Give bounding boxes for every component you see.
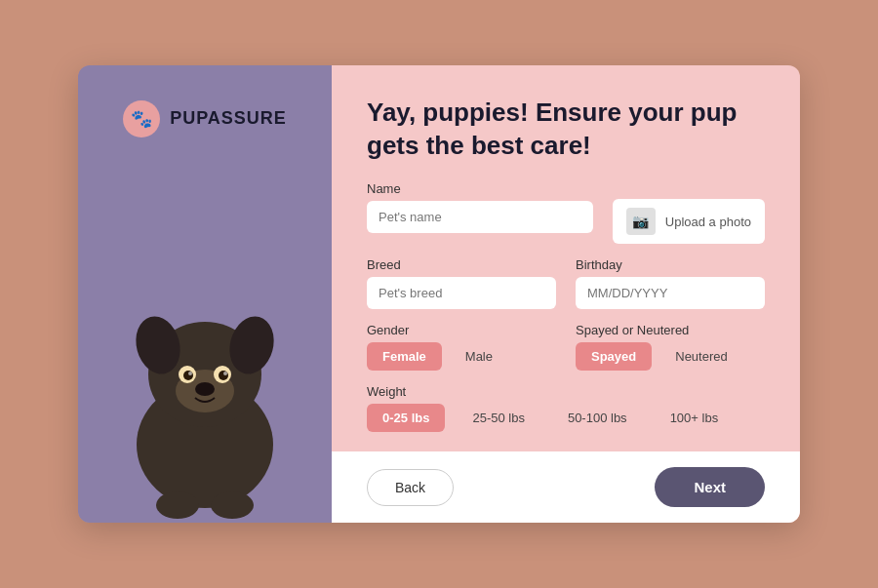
- puppy-illustration: [78, 211, 332, 523]
- svg-point-13: [211, 491, 254, 519]
- upload-photo-button[interactable]: 📷 Upload a photo: [613, 199, 765, 244]
- weight-field: Weight 0-25 lbs 25-50 lbs 50-100 lbs 100…: [367, 384, 765, 432]
- svg-point-8: [219, 371, 228, 380]
- name-field: Name: [367, 181, 593, 233]
- weight-50-100-button[interactable]: 50-100 lbs: [552, 404, 643, 432]
- weight-25-50-button[interactable]: 25-50 lbs: [457, 404, 539, 432]
- svg-point-9: [188, 372, 192, 375]
- left-panel: 🐾 PUPASSURE: [78, 65, 332, 524]
- logo-row: 🐾 PUPASSURE: [123, 100, 287, 137]
- paw-icon: 🐾: [123, 100, 160, 137]
- svg-point-10: [223, 372, 227, 375]
- spayed-button[interactable]: Spayed: [576, 342, 652, 371]
- gender-field: Gender Female Male: [367, 323, 556, 371]
- puppy-svg: [98, 230, 312, 523]
- birthday-input[interactable]: [576, 277, 765, 309]
- upload-label: Upload a photo: [665, 215, 751, 229]
- breed-field: Breed: [367, 257, 556, 309]
- brand-name: PUPASSURE: [170, 108, 287, 129]
- svg-point-11: [195, 382, 215, 396]
- birthday-field: Birthday: [576, 257, 765, 309]
- gender-female-button[interactable]: Female: [367, 342, 442, 371]
- camera-icon: 📷: [626, 208, 656, 235]
- bottom-bar: Back Next: [332, 451, 800, 523]
- breed-birthday-row: Breed Birthday: [367, 257, 765, 309]
- weight-label: Weight: [367, 384, 765, 399]
- breed-label: Breed: [367, 257, 556, 272]
- breed-input[interactable]: [367, 277, 556, 309]
- name-input[interactable]: [367, 201, 593, 233]
- neutered-button[interactable]: Neutered: [659, 342, 742, 371]
- birthday-label: Birthday: [576, 257, 765, 272]
- modal-container: 🐾 PUPASSURE: [78, 65, 800, 524]
- back-button[interactable]: Back: [367, 469, 454, 506]
- gender-label: Gender: [367, 323, 556, 337]
- spayed-toggle-group: Spayed Neutered: [576, 342, 765, 371]
- name-upload-row: Name 📷 Upload a photo: [367, 181, 765, 244]
- right-panel: Yay, puppies! Ensure your pup gets the b…: [332, 65, 800, 524]
- next-button[interactable]: Next: [655, 467, 765, 507]
- svg-point-12: [156, 491, 199, 519]
- spayed-label: Spayed or Neutered: [576, 323, 765, 337]
- gender-toggle-group: Female Male: [367, 342, 556, 371]
- headline: Yay, puppies! Ensure your pup gets the b…: [367, 97, 765, 163]
- spayed-field: Spayed or Neutered Spayed Neutered: [576, 323, 765, 371]
- gender-spayed-row: Gender Female Male Spayed or Neutered Sp…: [367, 323, 765, 371]
- weight-0-25-button[interactable]: 0-25 lbs: [367, 404, 445, 432]
- name-label: Name: [367, 181, 593, 196]
- weight-100plus-button[interactable]: 100+ lbs: [655, 404, 735, 432]
- gender-male-button[interactable]: Male: [450, 342, 508, 371]
- svg-point-7: [183, 371, 193, 380]
- weight-row: Weight 0-25 lbs 25-50 lbs 50-100 lbs 100…: [367, 384, 765, 432]
- weight-toggle-group: 0-25 lbs 25-50 lbs 50-100 lbs 100+ lbs: [367, 404, 765, 432]
- form-grid: Name 📷 Upload a photo Breed Birthday: [367, 181, 765, 432]
